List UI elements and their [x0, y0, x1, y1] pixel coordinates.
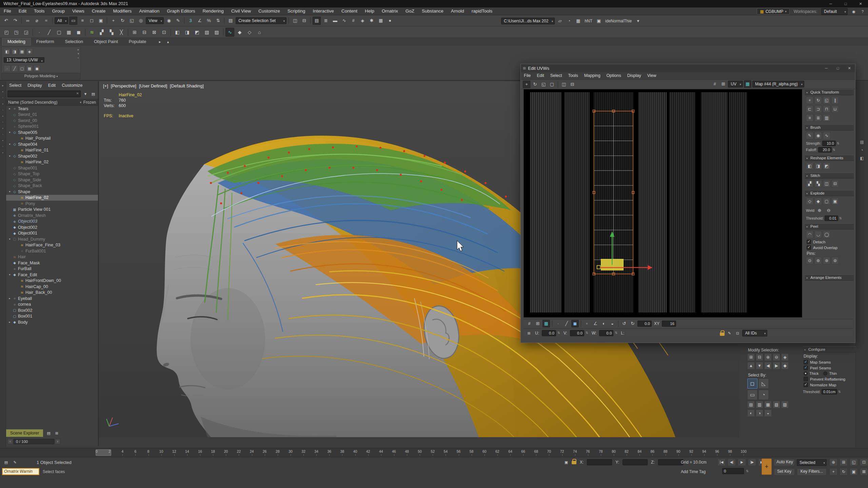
- select-and-link-icon[interactable]: ∞: [24, 17, 32, 25]
- dialog-title-bar[interactable]: ⊞ Edit UVWs ─□✕: [521, 64, 855, 72]
- symmetry-icon[interactable]: ◆: [235, 28, 244, 37]
- explorer-float-icon[interactable]: ⊞: [53, 430, 60, 436]
- window-crossing-icon[interactable]: ▣: [97, 17, 105, 25]
- explorer-search-input[interactable]: ✕: [7, 90, 81, 97]
- scene-tree-item[interactable]: ≋ Pony: [6, 201, 98, 207]
- dialog-menu-item[interactable]: Options: [604, 72, 624, 79]
- rotate-90-cw-icon[interactable]: ↻: [629, 320, 636, 327]
- planar-angle-icon[interactable]: ∠: [592, 320, 599, 327]
- explorer-menu-item[interactable]: Customize: [59, 81, 85, 89]
- dialog-menu-item[interactable]: Mapping: [581, 72, 604, 79]
- left-toolbar-icon-5[interactable]: ▫: [2, 108, 3, 111]
- align-right-icon[interactable]: ⊐: [814, 105, 822, 113]
- show-end-result-icon[interactable]: ▦: [19, 48, 25, 55]
- timeline-tick[interactable]: 74: [573, 449, 577, 453]
- target-weld-icon[interactable]: ⊡: [160, 28, 169, 37]
- dialog-menu-item[interactable]: View: [644, 72, 659, 79]
- percent-snap-icon[interactable]: %: [205, 17, 213, 25]
- timeline-tick[interactable]: 72: [560, 449, 565, 453]
- align-left-icon[interactable]: ⊏: [806, 105, 813, 113]
- maximize-button[interactable]: □: [838, 0, 853, 7]
- reference-coordinate-dropdown[interactable]: View: [146, 17, 164, 24]
- vertex-mode-icon[interactable]: ∙: [35, 28, 44, 37]
- left-toolbar-icon-2[interactable]: ▪: [2, 90, 3, 93]
- rollout-peel[interactable]: Peel: [805, 223, 854, 229]
- menu-item[interactable]: Rendering: [199, 7, 228, 15]
- map-seams-checkbox[interactable]: Map Seams: [804, 360, 855, 364]
- scene-tree-item[interactable]: ◆ Face_Mask: [6, 260, 98, 266]
- attach-icon[interactable]: ⊞: [130, 28, 139, 37]
- timeline-tick[interactable]: 92: [689, 449, 694, 453]
- menu-item[interactable]: Create: [88, 7, 110, 15]
- ornatrix-warning-badge[interactable]: Ornatrix Warnin: [2, 468, 39, 475]
- edit-named-selection-sets-icon[interactable]: ▤: [226, 17, 235, 25]
- element-subobject-icon[interactable]: ◼: [34, 65, 40, 72]
- script-button-hnt[interactable]: hNT: [583, 19, 594, 23]
- timeline-tick[interactable]: 84: [637, 449, 642, 453]
- signin-icon[interactable]: ◉: [850, 8, 857, 15]
- bevel-icon[interactable]: ◨: [183, 28, 192, 37]
- edge-subobject-icon[interactable]: ╱: [11, 65, 18, 72]
- distribute-icon[interactable]: ▥: [823, 114, 830, 122]
- nurms-toggle-icon[interactable]: ≋: [87, 28, 96, 37]
- toggle-scene-explorer-icon[interactable]: ▤: [313, 17, 321, 25]
- panel-pin-icon[interactable]: ▪: [78, 56, 79, 59]
- menu-item[interactable]: Modifiers: [109, 7, 135, 15]
- unlink-selection-icon[interactable]: ⌀: [33, 17, 41, 25]
- set-key-button[interactable]: Set Key: [774, 468, 795, 475]
- prevent-reflattening-checkbox[interactable]: Prevent Reflattening: [804, 377, 855, 381]
- viewport-general-menu[interactable]: [+]: [103, 83, 108, 88]
- select-mode-icon-1[interactable]: ▤: [747, 401, 755, 408]
- uv-options-icon[interactable]: ⊡: [734, 330, 741, 337]
- edge-subobject-mode-icon[interactable]: ╱: [563, 320, 570, 327]
- scene-tree-item[interactable]: ≋ HairFace_Fine_03: [6, 242, 98, 248]
- dialog-menu-item[interactable]: Display: [624, 72, 644, 79]
- timeline-tick[interactable]: 30: [288, 449, 293, 453]
- folder-icon[interactable]: ▱: [556, 17, 564, 25]
- selection-filter-dropdown[interactable]: All: [55, 17, 68, 24]
- rollout-explode[interactable]: Explode: [805, 190, 854, 196]
- timeline-tick[interactable]: 66: [521, 449, 526, 453]
- timeline-tick[interactable]: 38: [340, 449, 344, 453]
- menu-item[interactable]: Help: [361, 7, 378, 15]
- menu-item[interactable]: Interactive: [309, 7, 337, 15]
- timeline-tick[interactable]: 44: [379, 449, 383, 453]
- left-toolbar-icon-6[interactable]: ▪: [2, 115, 3, 118]
- ribbon-overflow-icon[interactable]: ▸: [157, 38, 163, 45]
- polygon-mode-icon[interactable]: ▦: [64, 28, 73, 37]
- explorer-settings-icon[interactable]: ▤: [90, 90, 97, 97]
- normalize-map-checkbox[interactable]: Normalize Map: [804, 383, 855, 387]
- scene-tree-item[interactable]: ▾ ◇ Shape004: [6, 141, 98, 147]
- x-coordinate-field[interactable]: [587, 459, 612, 465]
- timeline-tick[interactable]: 94: [702, 449, 707, 453]
- selection-lock-icon[interactable]: [572, 461, 576, 464]
- help-icon[interactable]: ?: [859, 8, 866, 15]
- timeline-tick[interactable]: 64: [508, 449, 513, 453]
- use-pivot-center-icon[interactable]: ◉: [165, 17, 173, 25]
- time-slider-readout[interactable]: 0 / 100: [14, 439, 54, 444]
- scene-tree-item[interactable]: ▾ ◇ Shape005: [6, 129, 98, 136]
- peel-seams-checkbox[interactable]: Peel Seams: [804, 366, 855, 370]
- explorer-dock-icon[interactable]: ▤: [45, 430, 52, 436]
- hierarchy-tab-icon[interactable]: ◧: [860, 156, 864, 161]
- menu-item[interactable]: Civil View: [228, 7, 255, 15]
- timeline-tick[interactable]: 76: [586, 449, 590, 453]
- dialog-menu-item[interactable]: File: [521, 72, 534, 79]
- toggle-layer-explorer-icon[interactable]: ≣: [322, 17, 330, 25]
- weld-all-icon[interactable]: ⊖: [825, 206, 833, 215]
- render-setup-icon[interactable]: ✱: [368, 17, 376, 25]
- workspace-dropdown[interactable]: Default: [821, 8, 848, 15]
- prompt-history-icon[interactable]: ▤: [3, 459, 9, 466]
- snaps-toggle-icon[interactable]: 3: [186, 17, 195, 25]
- curve-editor-icon[interactable]: ∿: [340, 17, 348, 25]
- uv-flip-vertical-icon[interactable]: ⊟: [569, 81, 576, 88]
- menu-item[interactable]: Tools: [30, 7, 48, 15]
- redo-icon[interactable]: ↷: [11, 17, 19, 25]
- select-up-icon[interactable]: ▲: [747, 362, 755, 369]
- inset-icon[interactable]: ◩: [193, 28, 201, 37]
- select-object-icon[interactable]: ▭: [69, 17, 77, 25]
- minimize-button[interactable]: ─: [823, 0, 838, 7]
- previous-frame-button[interactable]: ◀|: [728, 459, 736, 466]
- detach-edge-verts-icon[interactable]: ◆: [814, 198, 822, 205]
- weld-threshold-field[interactable]: 0.01: [825, 216, 838, 221]
